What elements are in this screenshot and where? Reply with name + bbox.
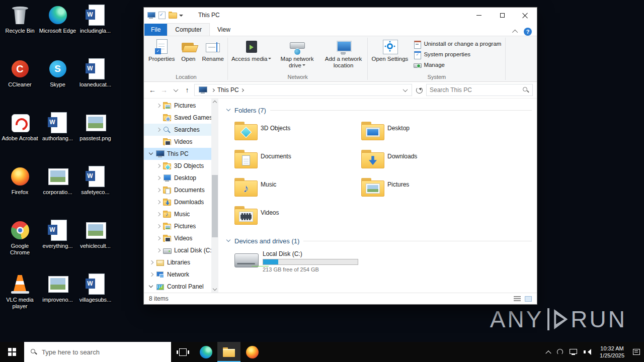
desktop-icon[interactable]: Adobe Acrobat xyxy=(1,110,39,163)
nav-item[interactable]: Downloads xyxy=(144,196,211,208)
ribbon-tab[interactable]: View xyxy=(210,24,238,36)
nav-item[interactable]: Network xyxy=(144,268,211,281)
folder-tile[interactable]: Videos xyxy=(233,202,360,230)
nav-item[interactable]: Saved Games xyxy=(144,112,211,124)
ribbon-button[interactable]: Rename xyxy=(199,38,226,63)
group-collapse-icon[interactable] xyxy=(225,107,232,114)
ribbon-small-button[interactable]: Manage xyxy=(411,59,504,70)
volume-icon[interactable] xyxy=(584,349,591,355)
tree-chevron-icon[interactable] xyxy=(155,247,162,254)
taskbar-clock[interactable]: 10:32 AM 1/25/2025 xyxy=(598,345,626,359)
ribbon-tab[interactable]: Computer xyxy=(167,23,210,36)
desktop-icon[interactable]: passtest.png xyxy=(76,110,114,163)
tree-chevron-icon[interactable] xyxy=(148,283,155,290)
tree-chevron-icon[interactable] xyxy=(148,150,155,157)
tree-chevron-icon[interactable] xyxy=(155,223,162,230)
network-icon[interactable] xyxy=(570,349,577,355)
tree-chevron-icon[interactable] xyxy=(155,114,162,121)
desktop-icon[interactable]: villagesubs... xyxy=(76,271,114,325)
breadcrumb-chevron-icon[interactable] xyxy=(211,88,215,92)
tree-chevron-icon[interactable] xyxy=(155,235,162,242)
open-settings-button[interactable]: Open Settings xyxy=(369,38,411,63)
qat-new-folder-icon[interactable] xyxy=(169,12,177,19)
nav-item[interactable]: Pictures xyxy=(144,100,211,112)
nav-item[interactable]: Local Disk (C:) xyxy=(144,244,211,256)
group-title[interactable]: Devices and drives (1) xyxy=(234,237,299,245)
nav-item[interactable]: Videos xyxy=(144,232,211,244)
tree-chevron-icon[interactable] xyxy=(155,102,162,109)
tree-chevron-icon[interactable] xyxy=(155,211,162,218)
folder-tile[interactable]: Downloads xyxy=(360,146,487,174)
tree-chevron-icon[interactable] xyxy=(155,162,162,169)
explorer-search-box[interactable] xyxy=(426,84,533,96)
taskbar-explorer-button[interactable] xyxy=(217,342,240,362)
folder-tile[interactable]: Desktop xyxy=(360,118,487,146)
back-button[interactable] xyxy=(148,85,157,95)
nav-item[interactable]: Pictures xyxy=(144,220,211,232)
ribbon-button[interactable]: Add a network location xyxy=(320,38,366,70)
desktop-icon[interactable]: vehiclecult... xyxy=(76,217,114,271)
collapse-ribbon-icon[interactable] xyxy=(512,30,518,35)
desktop-icon[interactable]: Google Chrome xyxy=(1,217,39,271)
update-icon[interactable] xyxy=(557,349,563,355)
task-view-button[interactable] xyxy=(171,342,194,362)
tree-chevron-icon[interactable] xyxy=(155,126,162,133)
address-dropdown-icon[interactable] xyxy=(400,85,410,95)
ribbon-small-button[interactable]: Uninstall or change a program xyxy=(411,38,504,49)
nav-item[interactable]: Documents xyxy=(144,184,211,196)
desktop-icon[interactable]: CCleaner xyxy=(1,56,39,110)
nav-item[interactable]: Control Panel xyxy=(144,281,211,293)
ribbon-tab[interactable]: File xyxy=(144,24,167,36)
nav-item[interactable]: Libraries xyxy=(144,256,211,268)
nav-item[interactable]: Videos xyxy=(144,136,211,148)
minimize-button[interactable] xyxy=(467,8,491,23)
desktop-icon[interactable]: VLC media player xyxy=(1,271,39,325)
ribbon-small-button[interactable]: System properties xyxy=(411,49,504,59)
nav-item[interactable]: Music xyxy=(144,208,211,220)
desktop-icon[interactable]: Microsoft Edge xyxy=(39,2,76,56)
maximize-button[interactable] xyxy=(491,8,514,23)
nav-item[interactable]: This PC xyxy=(144,148,211,160)
desktop-icon[interactable]: safetyeco... xyxy=(76,163,114,217)
taskbar-search-input[interactable] xyxy=(42,348,165,356)
up-button[interactable] xyxy=(183,85,192,95)
tree-chevron-icon[interactable] xyxy=(155,174,162,182)
nav-item[interactable]: Desktop xyxy=(144,172,211,184)
drive-tile[interactable]: Local Disk (C:) 213 GB free of 254 GB xyxy=(233,249,532,273)
forward-button[interactable] xyxy=(159,85,169,95)
taskbar-edge-button[interactable] xyxy=(194,342,217,362)
large-icons-view-icon[interactable] xyxy=(525,296,532,302)
start-button[interactable] xyxy=(0,342,24,362)
folder-tile[interactable]: Documents xyxy=(233,146,360,174)
qat-properties-icon[interactable] xyxy=(158,12,166,19)
tree-chevron-icon[interactable] xyxy=(155,138,162,145)
tree-chevron-icon[interactable] xyxy=(148,271,155,278)
desktop-icon[interactable]: authorlang... xyxy=(39,110,76,163)
breadcrumb[interactable]: This PC xyxy=(217,86,239,94)
desktop-icon[interactable]: Skype xyxy=(39,56,76,110)
group-title[interactable]: Folders (7) xyxy=(234,107,266,114)
tree-chevron-icon[interactable] xyxy=(148,259,155,266)
help-icon[interactable] xyxy=(524,28,532,36)
taskbar-firefox-button[interactable] xyxy=(240,342,264,362)
nav-scr ollbar[interactable] xyxy=(211,99,218,293)
explorer-search-input[interactable] xyxy=(430,86,522,94)
nav-item[interactable]: Searches xyxy=(144,124,211,136)
folder-tile[interactable]: Music xyxy=(233,174,360,202)
ribbon-button[interactable]: Open xyxy=(177,38,199,63)
breadcrumb-chevron-icon[interactable] xyxy=(240,88,244,92)
hidden-icons-icon[interactable] xyxy=(545,350,551,356)
desktop-icon[interactable]: Recycle Bin xyxy=(1,2,39,56)
details-view-icon[interactable] xyxy=(514,296,521,302)
recent-locations-button[interactable] xyxy=(171,85,180,95)
nav-item[interactable]: 3D Objects xyxy=(144,160,211,172)
qat-customize-icon[interactable] xyxy=(179,15,183,19)
ribbon-button[interactable]: Access media xyxy=(229,38,274,63)
ribbon-button[interactable]: Map network drive xyxy=(274,38,320,70)
address-bar[interactable]: This PC xyxy=(194,84,412,96)
desktop-icon[interactable]: improveno... xyxy=(39,271,76,325)
tree-chevron-icon[interactable] xyxy=(155,187,162,194)
scroll-up-icon[interactable] xyxy=(211,99,218,106)
action-center-icon[interactable] xyxy=(633,349,640,355)
taskbar-search[interactable] xyxy=(24,342,171,362)
